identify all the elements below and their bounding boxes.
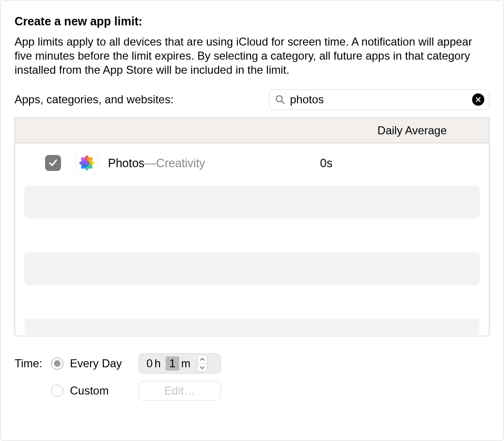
search-input[interactable] [285, 93, 472, 106]
close-icon [475, 97, 481, 102]
minutes-value[interactable]: 1 [166, 356, 179, 371]
app-daily-average: 0s [320, 156, 480, 170]
photos-flower-icon [78, 155, 95, 171]
chevron-up-icon [200, 357, 205, 362]
placeholder-row [24, 186, 480, 218]
time-row-custom: Custom Edit… [15, 379, 489, 402]
checkmark-icon [48, 158, 58, 168]
search-icon [275, 94, 285, 105]
time-section: Time: Every Day 0 h 1 m [15, 352, 489, 402]
row-checkbox[interactable] [45, 155, 61, 171]
panel-title: Create a new app limit: [15, 15, 489, 28]
stepper-up-button[interactable] [198, 356, 207, 364]
duration-stepper[interactable]: 0 h 1 m [138, 353, 221, 374]
table-header: Daily Average [15, 118, 489, 143]
duration-stepper-buttons [197, 355, 207, 372]
radio-custom-label: Custom [70, 384, 136, 397]
placeholder-row [24, 319, 480, 335]
app-category: Creativity [156, 156, 205, 170]
time-label: Time: [15, 357, 51, 370]
app-separator: — [145, 156, 156, 170]
chevron-down-icon [200, 365, 205, 370]
clear-search-button[interactable] [472, 93, 484, 106]
time-row-everyday: Time: Every Day 0 h 1 m [15, 352, 489, 375]
hours-value[interactable]: 0 [146, 357, 153, 370]
table-body: Photos — Creativity 0s [15, 143, 489, 335]
app-limit-panel: Create a new app limit: App limits apply… [0, 0, 504, 441]
edit-button-label: Edit… [164, 384, 195, 397]
results-table: Daily Average [15, 117, 489, 336]
column-daily-average: Daily Average [377, 124, 489, 137]
minutes-unit: m [181, 357, 191, 370]
photos-app-icon [76, 152, 98, 174]
apps-section-label: Apps, categories, and websites: [15, 93, 174, 106]
app-name: Photos [108, 156, 145, 170]
radio-every-day[interactable] [51, 357, 63, 370]
edit-custom-button[interactable]: Edit… [138, 381, 221, 401]
svg-line-1 [282, 101, 284, 103]
stepper-down-button[interactable] [198, 364, 207, 372]
panel-description: App limits apply to all devices that are… [15, 35, 489, 77]
hours-unit: h [154, 357, 160, 370]
search-row: Apps, categories, and websites: [15, 89, 489, 110]
search-field[interactable] [269, 89, 489, 110]
radio-every-day-label: Every Day [70, 357, 136, 370]
table-row[interactable]: Photos — Creativity 0s [24, 150, 480, 176]
radio-custom[interactable] [51, 385, 63, 397]
placeholder-row [24, 252, 480, 285]
